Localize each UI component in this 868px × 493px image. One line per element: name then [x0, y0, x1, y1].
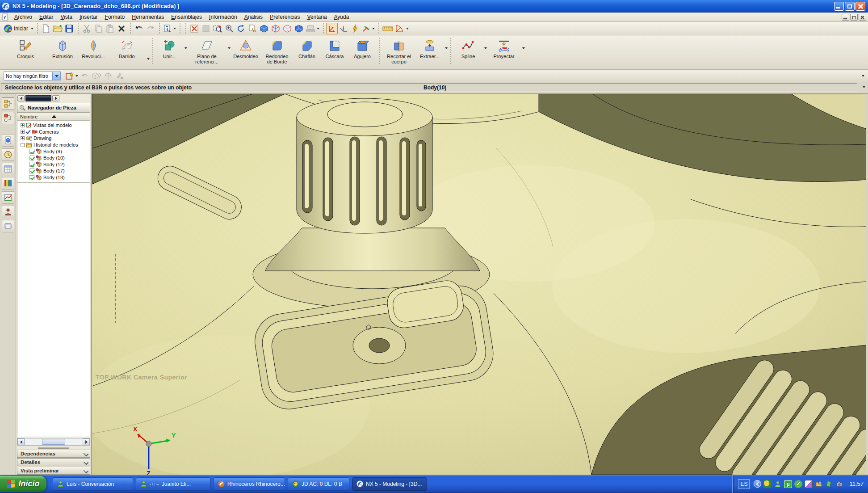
selection-filter-combo[interactable]: No hay ningún filtro	[4, 72, 61, 80]
system-materials-button[interactable]	[2, 220, 14, 232]
tree-item-model-history[interactable]: Historial de modelos	[18, 142, 90, 148]
slider-handle[interactable]	[25, 95, 51, 101]
menu-insertar[interactable]: Insertar	[76, 13, 101, 21]
undo-button[interactable]	[133, 23, 145, 34]
selection-scope-button[interactable]	[91, 70, 102, 82]
tree-horizontal-scrollb[interactable]	[17, 438, 90, 446]
slider-right-button[interactable]	[52, 95, 59, 101]
delete-button[interactable]	[116, 23, 127, 34]
tree-item-body-9[interactable]: Body (9)	[18, 148, 90, 155]
part-navigator-header[interactable]: Navegador de Pieza	[17, 103, 90, 113]
menu-formato[interactable]: Formato	[101, 13, 129, 21]
menu-herramientas[interactable]: Herramientas	[128, 13, 168, 21]
checkbox-icon[interactable]	[29, 162, 34, 167]
menu-ensamblajes[interactable]: Ensamblajes	[168, 13, 205, 21]
menu-editar[interactable]: Editar	[36, 13, 57, 21]
snap-inference-button[interactable]	[102, 70, 114, 82]
camera-tray-icon[interactable]	[835, 480, 843, 488]
task-rhinoceros[interactable]: Rhinoceros Rhinocero...	[214, 477, 285, 491]
chevron-down-icon[interactable]	[83, 459, 89, 465]
language-indicator[interactable]: ES	[738, 479, 750, 489]
zoom-button[interactable]	[223, 23, 235, 34]
shaded-view-button[interactable]	[258, 23, 270, 34]
perspective-view-button[interactable]	[305, 23, 320, 34]
information-button[interactable]	[2, 163, 14, 175]
general-selection-button[interactable]	[64, 70, 79, 82]
task-luis-conversacion[interactable]: Luis - Conversación	[53, 477, 133, 491]
orient-view-button[interactable]	[293, 23, 305, 34]
open-file-button[interactable]	[52, 23, 63, 34]
extract-caret-icon[interactable]	[445, 47, 448, 49]
3d-model-canvas[interactable]	[92, 94, 866, 475]
panel-splitter[interactable]	[17, 447, 91, 449]
restore-button[interactable]	[845, 2, 855, 11]
trim-body-button[interactable]: Recortar el cuerpo	[382, 38, 416, 66]
expander-icon[interactable]	[21, 130, 25, 134]
tree-item-drawing[interactable]: Drawing	[18, 135, 90, 142]
task-juanito[interactable]: - □ = Juanito Eli...	[136, 477, 211, 491]
deselect-button[interactable]	[79, 70, 91, 82]
scroll-left-button[interactable]	[17, 438, 25, 445]
scrollbar-track[interactable]	[25, 438, 83, 445]
tree-item-cameras[interactable]: Cameras	[18, 129, 90, 135]
child-close-button[interactable]	[859, 14, 866, 21]
chamfer-button[interactable]: Chaflán	[293, 38, 321, 60]
spline-button[interactable]: Spline	[453, 38, 483, 60]
dependencies-panel-bar[interactable]: Dependencias	[17, 450, 90, 458]
expander-icon[interactable]	[21, 123, 25, 127]
shell-button[interactable]: Cáscara	[321, 38, 348, 60]
antivirus-tray-icon[interactable]: ✓	[794, 480, 802, 488]
task-nx5-active[interactable]: NX 5 - Modeling - [3D...	[352, 477, 427, 491]
paste-button[interactable]	[104, 23, 116, 34]
tree-item-body-17[interactable]: Body (17)	[18, 168, 90, 174]
3d-viewport[interactable]: TOP WORK Camera Superior X Y Z	[92, 94, 866, 475]
tree-item-body-10[interactable]: Body (10)	[18, 155, 90, 161]
menu-preferencias[interactable]: Preferencias	[266, 13, 303, 21]
edge-blend-button[interactable]: Redondeo de Borde	[261, 38, 293, 66]
preview-panel-bar[interactable]: Vista preliminar	[17, 467, 90, 475]
task-emule[interactable]: JD AC: 0 DL: 0 B	[288, 477, 349, 491]
selection-filter-dropdown-button[interactable]	[52, 72, 60, 80]
menu-analisis[interactable]: Análisis	[241, 13, 266, 21]
checkbox-icon[interactable]	[29, 169, 34, 173]
card-reader-tray-icon[interactable]	[825, 480, 833, 488]
regenerate-view-button[interactable]	[200, 23, 212, 34]
unite-button[interactable]: Unir...	[155, 38, 183, 60]
pan-view-button[interactable]	[247, 23, 258, 34]
minimize-button[interactable]	[834, 2, 844, 11]
extract-button[interactable]: Extraer...	[416, 38, 444, 60]
chevron-down-icon[interactable]	[83, 468, 89, 473]
project-button[interactable]: Proyectar	[487, 38, 521, 60]
palette-button[interactable]	[2, 177, 14, 190]
measure-angle-button[interactable]	[394, 23, 410, 34]
tree-column-header[interactable]: Nombre	[17, 113, 90, 121]
statusbar-overflow-caret-icon[interactable]	[863, 86, 865, 88]
tray-collapse-chevron-icon[interactable]	[754, 480, 761, 488]
copy-button[interactable]	[92, 23, 104, 34]
snap-point-button[interactable]	[326, 23, 338, 34]
cut-button[interactable]	[81, 23, 92, 34]
snap-point-toggle-button[interactable]	[114, 70, 126, 82]
wcs-dynamics-button[interactable]	[338, 23, 349, 34]
filterbar-overflow-caret-icon[interactable]	[862, 75, 864, 77]
draft-button[interactable]: Desmoldeo	[231, 38, 261, 60]
wireframe-dim-view-button[interactable]	[281, 23, 293, 34]
child-restore-button[interactable]	[850, 14, 858, 21]
zoom-box-button[interactable]	[212, 23, 223, 34]
history-button[interactable]	[2, 148, 14, 161]
clipboard-tray-icon[interactable]	[805, 480, 813, 488]
start-menu-button[interactable]: Iniciar	[3, 23, 34, 34]
redo-button[interactable]	[145, 23, 156, 34]
checkbox-icon[interactable]	[29, 175, 34, 180]
sweep-group-caret-icon[interactable]	[147, 58, 150, 60]
datum-plane-button[interactable]: Plano de referenci...	[187, 38, 226, 66]
touch-info-button[interactable]	[162, 23, 177, 34]
tree-item-body-12[interactable]: Body (12)	[18, 161, 90, 168]
menu-vista[interactable]: Vista	[57, 13, 75, 21]
sweep-button[interactable]: Barrido	[108, 38, 146, 60]
menu-informacion[interactable]: Información	[205, 13, 241, 21]
checkbox-icon[interactable]	[29, 156, 34, 160]
messenger-tray-icon[interactable]	[774, 480, 782, 488]
menu-archivo[interactable]: Archivo	[11, 13, 36, 21]
rotate-view-button[interactable]	[235, 23, 247, 34]
